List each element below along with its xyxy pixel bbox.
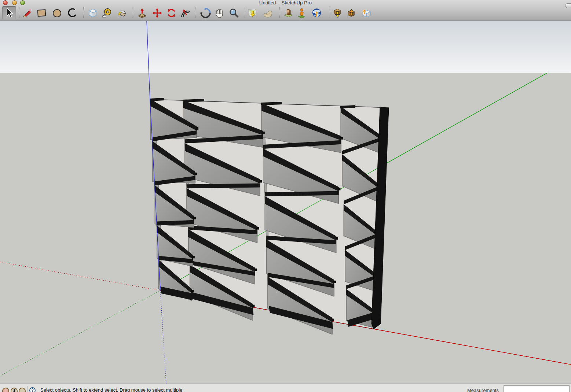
toolbar: [0, 6, 571, 20]
apex-vertex-blob: [193, 217, 196, 219]
google-earth-tool[interactable]: [310, 6, 323, 19]
avatar-icon-3[interactable]: [19, 388, 26, 392]
apex-vertex-blob: [254, 269, 257, 271]
get-models-icon: [332, 7, 343, 19]
photo-textures-icon: [283, 7, 294, 19]
follow-me-icon: [180, 7, 191, 19]
apex-vertex-blob: [332, 319, 334, 321]
apex-vertex-blob: [336, 237, 338, 240]
blue-axis-dotted: [160, 291, 166, 384]
paint-bucket-tool[interactable]: [115, 6, 129, 19]
make-component-icon: [87, 7, 99, 19]
apex-vertex-blob: [252, 305, 255, 307]
toolbar-separator: [19, 7, 19, 18]
google-earth-icon: [311, 7, 322, 19]
share-model-tool[interactable]: [344, 6, 358, 19]
rotate-icon: [166, 7, 177, 19]
toolbar-separator: [329, 7, 329, 18]
window-title: Untitled – SketchUp Pro: [0, 0, 571, 6]
toolbar-separator: [132, 7, 132, 18]
apex-vertex-blob: [257, 227, 259, 230]
toolbar-separator: [245, 7, 245, 18]
pan-tool[interactable]: [212, 6, 226, 19]
arc-icon: [67, 7, 78, 19]
toolbar-separator: [83, 7, 84, 18]
apex-vertex-blob: [192, 256, 195, 258]
apex-vertex-blob: [191, 290, 194, 292]
add-building-icon: [296, 7, 307, 19]
toggle-terrain-icon: [262, 7, 274, 19]
person-avatar-icon[interactable]: [11, 388, 18, 392]
move-tool[interactable]: [150, 6, 164, 19]
tape-measure-tool[interactable]: [100, 6, 114, 19]
apex-vertex-blob: [194, 173, 197, 175]
photo-textures-tool[interactable]: [281, 6, 295, 19]
apex-vertex-blob: [259, 180, 262, 182]
apex-vertex-blob: [262, 132, 265, 134]
orbit-icon: [200, 7, 211, 19]
get-models-tool[interactable]: [330, 6, 344, 19]
red-axis-dotted: [0, 262, 160, 291]
line-icon: [21, 7, 33, 19]
circle-tool[interactable]: [50, 6, 64, 19]
rectangle-icon: [36, 7, 47, 19]
toolbar-separator: [279, 7, 280, 18]
tape-measure-icon: [101, 7, 113, 19]
model-canvas[interactable]: [0, 21, 571, 384]
status-hint: Select objects. Shift to extend select. …: [40, 387, 182, 392]
make-component-tool[interactable]: [86, 6, 100, 19]
apex-vertex-blob: [196, 127, 198, 130]
add-location-tool[interactable]: [245, 6, 259, 19]
orbit-tool[interactable]: [198, 6, 212, 19]
statusbar-divider: [27, 386, 28, 392]
person-head-icon: [14, 389, 15, 391]
measurements-label: Measurements: [467, 388, 499, 392]
green-axis-dotted: [0, 291, 160, 376]
titlebar: Untitled – SketchUp Pro: [0, 0, 571, 21]
help-icon[interactable]: ?: [29, 387, 36, 392]
rotate-tool[interactable]: [164, 6, 178, 19]
apex-vertex-blob: [340, 137, 343, 140]
follow-me-tool[interactable]: [178, 6, 192, 19]
share-component-icon: [360, 7, 372, 19]
push-pull-icon: [136, 7, 148, 19]
measurements-input[interactable]: [504, 385, 570, 392]
sketchup-window: Untitled – SketchUp Pro ? Select objects…: [0, 0, 571, 392]
status-bar: ? Select objects. Shift to extend select…: [0, 384, 571, 392]
select-tool[interactable]: [2, 6, 16, 19]
add-location-icon: [247, 7, 258, 19]
rectangle-tool[interactable]: [34, 6, 48, 19]
zoom-tool[interactable]: [227, 6, 241, 19]
select-icon: [4, 7, 15, 19]
share-component-tool[interactable]: [359, 6, 373, 19]
circle-icon: [51, 7, 63, 19]
toolbar-separator: [195, 7, 195, 18]
arc-tool[interactable]: [65, 6, 79, 19]
toggle-terrain-tool[interactable]: [261, 6, 275, 19]
avatar-icon-1[interactable]: [2, 388, 9, 392]
zoom-icon: [228, 7, 239, 19]
push-pull-tool[interactable]: [135, 6, 149, 19]
share-model-icon: [346, 7, 357, 19]
paint-bucket-icon: [117, 7, 128, 19]
add-building-tool[interactable]: [294, 6, 308, 19]
line-tool[interactable]: [20, 6, 34, 19]
modeling-viewport[interactable]: [0, 21, 571, 384]
apex-vertex-blob: [333, 281, 336, 283]
apex-vertex-blob: [338, 188, 341, 191]
move-icon: [151, 7, 163, 19]
pan-icon: [214, 7, 225, 19]
